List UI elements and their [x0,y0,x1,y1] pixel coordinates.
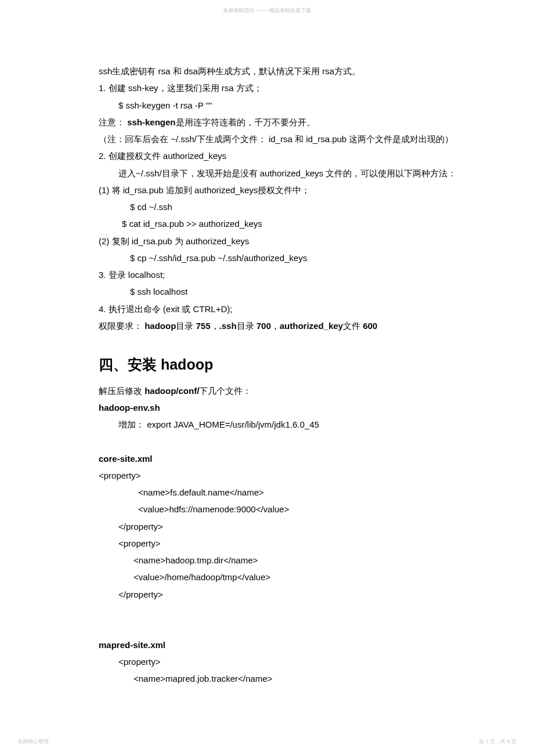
text-line: $ cd ~/.ssh [99,198,476,215]
text-span-bold: 755 [196,321,211,331]
text-span-bold: hadoop/conf/ [145,386,199,396]
text-line: 1. 创建 ssh-key，这里我们采用 rsa 方式； [99,79,476,96]
text-span: 注意： [99,117,125,127]
text-span: 权限要求： [99,321,142,331]
text-line: <name>hadoop.tmp.dir</name> [99,552,476,569]
text-line-bold: mapred-site.xml [99,636,476,653]
document-body: ssh生成密钥有 rsa 和 dsa两种生成方式，默认情况下采用 rsa方式。 … [99,63,476,688]
text-line: 4. 执行退出命令 (exit 或 CTRL+D); [99,301,476,317]
text-line: $ cat id_rsa.pub >> authorized_keys [99,215,476,232]
text-span-bold: .ssh [219,321,237,331]
text-span-bold: 700 [257,321,271,331]
text-span: 目录 [176,321,193,331]
text-line: <value>hdfs://namenode:9000</value> [99,501,476,518]
text-line: </property> [99,518,476,535]
text-line: 2. 创建授权文件 authorized_keys [99,147,476,164]
text-line: <name>mapred.job.tracker</name> [99,670,476,687]
text-line: <value>/home/hadoop/tmp</value> [99,569,476,585]
text-line: <property> [99,467,476,484]
text-span-bold: ssh-kengen [127,117,175,127]
text-span: 目录 [237,321,254,331]
text-span: 下几个文件： [199,386,251,396]
text-line: （注：回车后会在 ~/.ssh/下生成两个文件： id_rsa 和 id_rsa… [99,131,476,147]
text-span: 文件 [343,321,360,331]
text-line: 解压后修改 hadoop/conf/下几个文件： [99,382,476,399]
text-span-bold: authorized_key [280,321,343,331]
text-line: <name>fs.default.name</name> [99,484,476,501]
text-line-bold: core-site.xml [99,450,476,467]
text-line: 权限要求： hadoop目录 755，.ssh目录 700，authorized… [99,317,476,334]
text-line: $ ssh-keygen -t rsa -P "" [99,97,476,114]
text-line: </property> [99,586,476,603]
footer-left-watermark: 名师精心整理 [17,738,49,746]
text-span-bold: 600 [363,321,377,331]
spacer [99,603,476,620]
text-line-bold: hadoop-env.sh [99,399,476,416]
header-watermark: 名师资料总结 — — 精品资料欢迎下载 [223,7,311,15]
text-line: <property> [99,535,476,552]
text-span: 解压后修改 [99,386,142,396]
text-span: 是用连字符连着的，千万不要分开。 [176,117,315,127]
text-line: ssh生成密钥有 rsa 和 dsa两种生成方式，默认情况下采用 rsa方式。 [99,63,476,79]
text-line: <property> [99,653,476,670]
text-line: (1) 将 id_rsa.pub 追加到 authorized_keys授权文件… [99,182,476,198]
spacer [99,433,476,450]
text-line: 3. 登录 localhost; [99,266,476,283]
text-span: ， [271,321,280,331]
text-line: $ ssh localhost [99,283,476,300]
text-line: 注意： ssh-kengen是用连字符连着的，千万不要分开。 [99,114,476,131]
footer-page-number: 第 3 页，共 8 页 [479,738,517,746]
text-line: 增加： export JAVA_HOME=/usr/lib/jvm/jdk1.6… [99,416,476,433]
text-span: ， [211,321,219,331]
text-line: $ cp ~/.ssh/id_rsa.pub ~/.ssh/authorized… [99,249,476,266]
text-line: 进入~/.ssh/目录下，发现开始是没有 authorized_keys 文件的… [99,165,476,182]
section-heading: 四、安装 hadoop [99,350,476,379]
text-line: (2) 复制 id_rsa.pub 为 authorized_keys [99,233,476,249]
spacer [99,620,476,636]
text-span-bold: hadoop [145,321,176,331]
